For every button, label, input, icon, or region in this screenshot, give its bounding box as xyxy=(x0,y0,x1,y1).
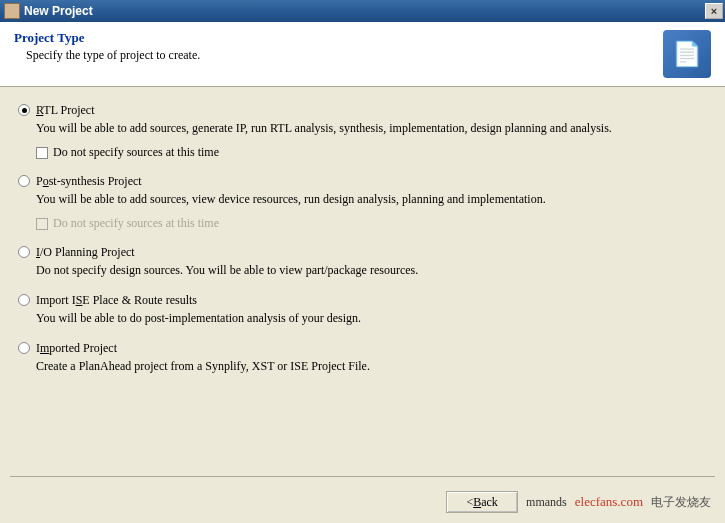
radio-label-io: I/O Planning Project xyxy=(36,245,135,260)
radio-label-ise: Import ISE Place & Route results xyxy=(36,293,197,308)
watermark-text: elecfans.com xyxy=(575,494,643,510)
radio-io[interactable] xyxy=(18,246,30,258)
next-button-partial[interactable]: mmands xyxy=(526,495,567,510)
window-title: New Project xyxy=(24,4,705,18)
desc-rtl: You will be able to add sources, generat… xyxy=(36,119,707,137)
page-title: Project Type xyxy=(14,30,663,46)
radio-row-imported[interactable]: Imported Project xyxy=(18,341,707,356)
window-titlebar: New Project × xyxy=(0,0,725,22)
radio-row-postsynth[interactable]: Post-synthesis Project xyxy=(18,174,707,189)
page-subtitle: Specify the type of project to create. xyxy=(14,48,663,63)
radio-row-ise[interactable]: Import ISE Place & Route results xyxy=(18,293,707,308)
radio-imported[interactable] xyxy=(18,342,30,354)
radio-ise[interactable] xyxy=(18,294,30,306)
checkbox-label-postsynth: Do not specify sources at this time xyxy=(53,216,219,231)
radio-rtl[interactable] xyxy=(18,104,30,116)
checkbox-label-rtl: Do not specify sources at this time xyxy=(53,145,219,160)
button-separator xyxy=(10,476,715,477)
desc-postsynth: You will be able to add sources, view de… xyxy=(36,190,707,208)
option-rtl: RTL Project You will be able to add sour… xyxy=(18,103,707,160)
radio-label-rtl: RTL Project xyxy=(36,103,95,118)
option-postsynth: Post-synthesis Project You will be able … xyxy=(18,174,707,231)
desc-imported: Create a PlanAhead project from a Synpli… xyxy=(36,357,707,375)
wizard-icon: 📄 xyxy=(663,30,711,78)
radio-label-imported: Imported Project xyxy=(36,341,117,356)
options-container: RTL Project You will be able to add sour… xyxy=(0,87,725,395)
checkbox-rtl[interactable] xyxy=(36,147,48,159)
option-ise: Import ISE Place & Route results You wil… xyxy=(18,293,707,327)
checkbox-row-rtl[interactable]: Do not specify sources at this time xyxy=(36,145,707,160)
wizard-header: Project Type Specify the type of project… xyxy=(0,22,725,87)
desc-ise: You will be able to do post-implementati… xyxy=(36,309,707,327)
back-button[interactable]: < Back xyxy=(446,491,518,513)
radio-row-io[interactable]: I/O Planning Project xyxy=(18,245,707,260)
radio-postsynth[interactable] xyxy=(18,175,30,187)
option-imported: Imported Project Create a PlanAhead proj… xyxy=(18,341,707,375)
app-icon xyxy=(4,3,20,19)
radio-row-rtl[interactable]: RTL Project xyxy=(18,103,707,118)
option-io: I/O Planning Project Do not specify desi… xyxy=(18,245,707,279)
desc-io: Do not specify design sources. You will … xyxy=(36,261,707,279)
radio-label-postsynth: Post-synthesis Project xyxy=(36,174,142,189)
watermark-text-2: 电子发烧友 xyxy=(651,494,711,511)
close-button[interactable]: × xyxy=(705,3,723,19)
checkbox-row-postsynth: Do not specify sources at this time xyxy=(36,216,707,231)
button-bar: < Back mmands elecfans.com 电子发烧友 xyxy=(446,491,711,513)
checkbox-postsynth xyxy=(36,218,48,230)
